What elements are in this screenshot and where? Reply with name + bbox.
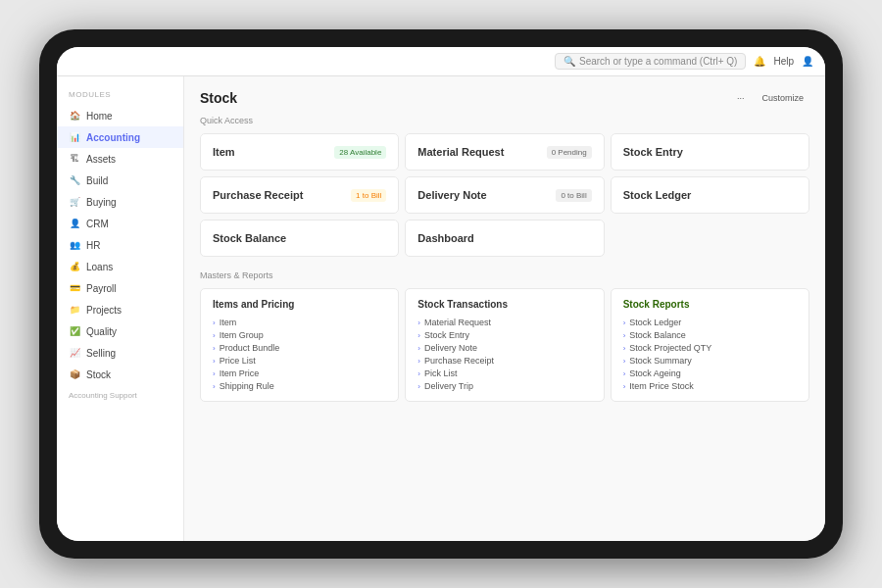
content-area: Stock ··· Customize Quick Access Item 28…	[184, 76, 825, 541]
arrow-icon: ›	[213, 331, 216, 340]
hr-icon: 👥	[69, 239, 80, 251]
sidebar-item-buying[interactable]: 🛒 Buying	[57, 191, 183, 213]
bell-icon[interactable]: 🔔	[754, 56, 765, 67]
qa-card-purchase-receipt[interactable]: Purchase Receipt 1 to Bill	[200, 176, 399, 214]
sidebar-item-home[interactable]: 🏠 Home	[57, 105, 183, 126]
arrow-icon: ›	[417, 369, 420, 378]
list-item-item-group[interactable]: ›Item Group	[213, 330, 386, 340]
qa-card-stock-ledger[interactable]: Stock Ledger	[611, 176, 809, 214]
sidebar-item-crm[interactable]: 👤 CRM	[57, 213, 183, 234]
sidebar-item-accounting[interactable]: 📊 Accounting	[57, 126, 183, 148]
quick-access-label: Quick Access	[200, 116, 809, 125]
page-title: Stock	[200, 90, 237, 106]
list-item-stock-balance[interactable]: ›Stock Balance	[623, 330, 797, 340]
list-item-stock-projected-qty[interactable]: ›Stock Projected QTY	[623, 343, 797, 353]
sidebar-item-quality-label: Quality	[86, 326, 117, 337]
list-item-stock-ageing[interactable]: ›Stock Ageing	[623, 368, 797, 378]
sidebar-item-stock[interactable]: 📦 Stock	[57, 364, 183, 385]
arrow-icon: ›	[623, 331, 626, 340]
masters-card-stock-transactions: Stock Transactions ›Material Request ›St…	[405, 288, 604, 402]
sidebar-item-payroll-label: Payroll	[86, 283, 117, 294]
arrow-icon: ›	[623, 344, 626, 353]
stock-transactions-list: ›Material Request ›Stock Entry ›Delivery…	[417, 318, 591, 391]
sidebar-item-payroll[interactable]: 💳 Payroll	[57, 277, 183, 299]
sidebar-item-selling-label: Selling	[86, 348, 116, 359]
list-item-stock-entry[interactable]: ›Stock Entry	[417, 330, 591, 340]
content-header: Stock ··· Customize	[200, 90, 809, 106]
sidebar-item-hr[interactable]: 👥 HR	[57, 234, 183, 256]
sidebar-item-loans-label: Loans	[86, 262, 113, 272]
sidebar-item-projects[interactable]: 📁 Projects	[57, 299, 183, 320]
list-item-item-price[interactable]: ›Item Price	[213, 368, 386, 378]
search-icon: 🔍	[564, 56, 575, 67]
quality-icon: ✅	[69, 325, 80, 337]
arrow-icon: ›	[213, 369, 216, 378]
quick-access-grid: Item 28 Available Material Request 0 Pen…	[200, 133, 809, 257]
sidebar-item-loans[interactable]: 💰 Loans	[57, 256, 183, 277]
qa-card-stock-entry[interactable]: Stock Entry	[611, 133, 809, 171]
qa-card-material-request[interactable]: Material Request 0 Pending	[405, 133, 604, 171]
list-item-delivery-note[interactable]: ›Delivery Note	[417, 343, 591, 353]
qa-item-label: Item	[213, 146, 235, 158]
arrow-icon: ›	[417, 344, 420, 353]
sidebar-item-crm-label: CRM	[86, 219, 109, 229]
qa-stock-balance-label: Stock Balance	[213, 232, 286, 244]
qa-card-item[interactable]: Item 28 Available	[200, 133, 399, 171]
stock-reports-list: ›Stock Ledger ›Stock Balance ›Stock Proj…	[623, 318, 797, 391]
top-bar: 🔍 Search or type a command (Ctrl+ Q) 🔔 H…	[57, 47, 825, 76]
qa-card-stock-balance[interactable]: Stock Balance	[200, 220, 399, 257]
masters-label: Masters & Reports	[200, 270, 809, 280]
qa-purchase-receipt-label: Purchase Receipt	[213, 189, 303, 201]
list-item-delivery-trip[interactable]: ›Delivery Trip	[417, 381, 591, 391]
projects-icon: 📁	[69, 304, 80, 316]
arrow-icon: ›	[623, 369, 626, 378]
arrow-icon: ›	[417, 382, 420, 391]
list-item-stock-ledger[interactable]: ›Stock Ledger	[623, 318, 797, 327]
qa-material-request-badge: 0 Pending	[547, 146, 592, 159]
list-item-material-request[interactable]: ›Material Request	[417, 318, 591, 327]
tablet-screen: 🔍 Search or type a command (Ctrl+ Q) 🔔 H…	[57, 47, 825, 541]
list-item-item-price-stock[interactable]: ›Item Price Stock	[623, 381, 797, 391]
sidebar-item-stock-label: Stock	[86, 369, 111, 380]
sidebar-item-quality[interactable]: ✅ Quality	[57, 320, 183, 342]
sidebar-item-hr-label: HR	[86, 240, 100, 251]
customize-button[interactable]: Customize	[756, 91, 809, 105]
sidebar-item-assets-label: Assets	[86, 154, 116, 165]
qa-stock-ledger-label: Stock Ledger	[623, 189, 692, 201]
help-label[interactable]: Help	[773, 56, 794, 67]
tablet-frame: 🔍 Search or type a command (Ctrl+ Q) 🔔 H…	[39, 29, 843, 559]
search-bar[interactable]: 🔍 Search or type a command (Ctrl+ Q)	[555, 53, 746, 70]
more-options-button[interactable]: ···	[731, 91, 751, 105]
sidebar-item-assets[interactable]: 🏗 Assets	[57, 148, 183, 170]
list-item-product-bundle[interactable]: ›Product Bundle	[213, 343, 386, 353]
list-item-item[interactable]: ›Item	[213, 318, 386, 327]
list-item-stock-summary[interactable]: ›Stock Summary	[623, 356, 797, 366]
arrow-icon: ›	[623, 318, 626, 327]
buying-icon: 🛒	[69, 196, 80, 208]
crm-icon: 👤	[69, 218, 80, 229]
breadcrumb: Accounting Support	[57, 385, 183, 402]
qa-delivery-note-badge: 0 to Bill	[556, 189, 591, 202]
arrow-icon: ›	[417, 357, 420, 366]
sidebar-item-selling[interactable]: 📈 Selling	[57, 342, 183, 364]
qa-purchase-receipt-badge: 1 to Bill	[351, 189, 386, 202]
loans-icon: 💰	[69, 261, 80, 272]
accounting-icon: 📊	[69, 131, 80, 143]
list-item-purchase-receipt[interactable]: ›Purchase Receipt	[417, 356, 591, 366]
list-item-shipping-rule[interactable]: ›Shipping Rule	[213, 381, 386, 391]
top-bar-right: 🔔 Help 👤	[754, 56, 813, 67]
list-item-price-list[interactable]: ›Price List	[213, 356, 386, 366]
qa-item-badge: 28 Available	[334, 146, 386, 159]
header-actions: ··· Customize	[731, 91, 809, 105]
qa-card-delivery-note[interactable]: Delivery Note 0 to Bill	[405, 176, 604, 214]
masters-card-stock-reports: Stock Reports ›Stock Ledger ›Stock Balan…	[611, 288, 809, 402]
sidebar-item-build[interactable]: 🔧 Build	[57, 170, 183, 191]
sidebar-item-accounting-label: Accounting	[86, 132, 140, 143]
user-icon[interactable]: 👤	[802, 56, 813, 67]
search-placeholder: Search or type a command (Ctrl+ Q)	[579, 56, 737, 67]
list-item-pick-list[interactable]: ›Pick List	[417, 368, 591, 378]
qa-dashboard-label: Dashboard	[417, 232, 473, 244]
sidebar-item-build-label: Build	[86, 175, 108, 186]
sidebar-item-buying-label: Buying	[86, 197, 117, 208]
qa-card-dashboard[interactable]: Dashboard	[405, 220, 604, 257]
